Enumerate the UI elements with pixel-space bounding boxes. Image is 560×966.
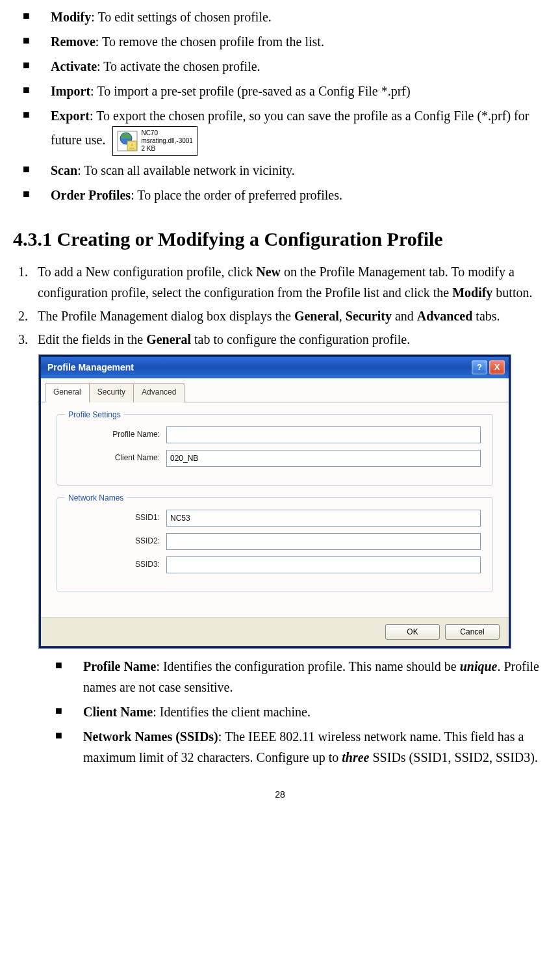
t: , [339, 309, 346, 323]
tab-general[interactable]: General [45, 383, 90, 402]
bullet-profile-name: Profile Name: Identifies the configurati… [52, 656, 547, 698]
t: SSIDs (SSID1, SSID2, SSID3). [369, 750, 538, 764]
client-name-input[interactable] [166, 450, 481, 467]
term: Profile Name [83, 659, 156, 673]
bullet-scan: Scan: To scan all available network in v… [19, 160, 547, 181]
desc: : To import a pre-set profile (pre-saved… [90, 84, 411, 98]
t: button. [492, 285, 532, 300]
em: unique [460, 659, 498, 673]
t: Edit the fields in the [38, 332, 146, 346]
client-name-label: Client Name: [69, 452, 166, 464]
term: Scan [51, 163, 77, 177]
b: General [146, 332, 191, 346]
ok-button[interactable]: OK [385, 624, 440, 640]
step-3: Edit the fields in the General tab to co… [31, 329, 547, 350]
ssid2-label: SSID2: [69, 535, 166, 547]
t: To add a New configuration profile, clic… [38, 265, 256, 279]
b: Security [346, 309, 392, 323]
desc: : To place the order of preferred profil… [131, 188, 342, 202]
profile-name-label: Profile Name: [69, 428, 166, 441]
t: The Profile Management dialog box displa… [38, 309, 294, 323]
bottom-bullet-list: Profile Name: Identifies the configurati… [13, 656, 547, 768]
b: General [294, 309, 339, 323]
term: Network Names (SSIDs) [83, 729, 218, 744]
desc: : To edit settings of chosen profile. [91, 10, 272, 24]
bullet-activate: Activate: To activate the chosen profile… [19, 56, 547, 77]
dialog-title: Profile Management [47, 360, 134, 374]
desc: : To scan all available network in vicin… [77, 163, 295, 177]
legend: Profile Settings [65, 409, 124, 421]
section-heading: 4.3.1 Creating or Modifying a Configurat… [13, 224, 547, 255]
ssid1-label: SSID1: [69, 512, 166, 524]
desc: : To remove the chosen profile from the … [95, 34, 324, 49]
ssid3-input[interactable] [166, 556, 481, 573]
dialog-titlebar: Profile Management ? X [41, 357, 509, 378]
file-icon-text: NC70 msrating.dll,-3001 2 KB [141, 129, 192, 153]
term: Export [51, 109, 90, 123]
term: Client Name [83, 705, 153, 719]
tab-advanced[interactable]: Advanced [133, 383, 185, 402]
desc: : To activate the chosen profile. [97, 59, 260, 73]
prf-file-icon: NC70 msrating.dll,-3001 2 KB [112, 126, 197, 156]
profile-management-dialog: Profile Management ? X General Security … [39, 355, 511, 648]
step-2: The Profile Management dialog box displa… [31, 306, 547, 326]
t: : Identifies the configuration profile. … [156, 659, 459, 673]
help-button[interactable]: ? [472, 360, 487, 374]
file-size: 2 KB [141, 145, 192, 153]
t: : Identifies the client machine. [153, 705, 311, 719]
bullet-export: Export: To export the chosen profile, so… [19, 105, 547, 156]
t: tab to configure the configuration profi… [191, 332, 410, 346]
dialog-content: Profile Settings Profile Name: Client Na… [41, 402, 509, 617]
close-button[interactable]: X [489, 360, 505, 374]
ssid1-input[interactable] [166, 510, 481, 527]
bullet-import: Import: To import a pre-set profile (pre… [19, 81, 547, 101]
term: Activate [51, 59, 97, 73]
b: Modify [452, 285, 492, 300]
ssid3-label: SSID3: [69, 558, 166, 571]
group-profile-settings: Profile Settings Profile Name: Client Na… [57, 414, 493, 486]
b: New [256, 265, 281, 279]
group-network-names: Network Names SSID1: SSID2: SSID3: [57, 497, 493, 592]
bullet-modify: Modify: To edit settings of chosen profi… [19, 7, 547, 27]
bullet-remove: Remove: To remove the chosen profile fro… [19, 31, 547, 52]
b: Advanced [417, 309, 473, 323]
file-name: NC70 [141, 129, 192, 137]
top-bullet-list: Modify: To edit settings of chosen profi… [13, 7, 547, 205]
bullet-order-profiles: Order Profiles: To place the order of pr… [19, 185, 547, 205]
term: Order Profiles [51, 188, 131, 202]
t: tabs. [472, 309, 500, 323]
profile-name-input[interactable] [166, 426, 481, 443]
t: and [392, 309, 417, 323]
globe-file-icon [117, 131, 138, 151]
tab-security[interactable]: Security [89, 383, 134, 402]
em: three [342, 750, 369, 764]
bullet-client-name: Client Name: Identifies the client machi… [52, 701, 547, 722]
bullet-network-names: Network Names (SSIDs): The IEEE 802.11 w… [52, 726, 547, 768]
dialog-button-bar: OK Cancel [41, 617, 509, 646]
dialog-tabs: General Security Advanced [41, 378, 509, 402]
term: Import [51, 84, 90, 98]
legend: Network Names [65, 492, 127, 504]
steps-list: To add a New configuration profile, clic… [13, 261, 547, 350]
ssid2-input[interactable] [166, 533, 481, 550]
term: Remove [51, 34, 95, 49]
file-detail: msrating.dll,-3001 [141, 137, 192, 145]
page-number: 28 [13, 787, 547, 802]
step-1: To add a New configuration profile, clic… [31, 261, 547, 303]
cancel-button[interactable]: Cancel [445, 624, 500, 640]
term: Modify [51, 10, 91, 24]
